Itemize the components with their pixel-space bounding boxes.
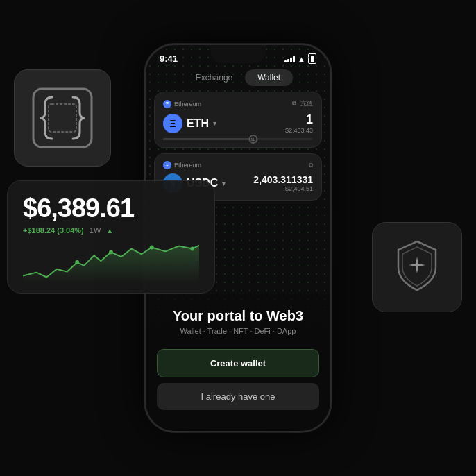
usdc-amounts: 2,403.311331 $2,404.51 <box>253 174 313 192</box>
svg-point-3 <box>75 260 79 264</box>
price-change-value: +$188.24 (3.04%) <box>23 226 84 235</box>
eth-copy-icon[interactable]: ⧉ <box>292 100 296 108</box>
price-value: $6,389.61 <box>23 194 199 223</box>
shield-icon <box>386 236 448 298</box>
already-have-button[interactable]: I already have one <box>157 383 319 410</box>
eth-slider-thumb: 1L <box>248 135 257 144</box>
price-card: $6,389.61 +$188.24 (3.04%) 1W ▲ <box>7 180 215 294</box>
eth-card: Ξ Ethereum ⧉ 充值 Ξ ETH ▾ <box>154 92 322 148</box>
eth-name: Ξ ETH ▾ <box>163 114 216 133</box>
price-period: 1W <box>90 226 101 235</box>
usdc-arrow[interactable]: ▾ <box>222 180 226 187</box>
svg-point-4 <box>109 250 113 254</box>
eth-actions: ⧉ 充值 <box>292 99 313 108</box>
price-direction: ▲ <box>106 227 113 235</box>
bracket-icon-card <box>14 69 111 167</box>
svg-rect-1 <box>49 104 76 132</box>
portal-subtitle: Wallet · Trade · NFT · DeFi · DApp <box>157 327 319 335</box>
bracket-icon <box>28 83 97 153</box>
svg-point-5 <box>150 246 154 250</box>
mini-chart-svg <box>23 241 199 283</box>
create-wallet-button[interactable]: Create wallet <box>157 349 319 377</box>
eth-arrow[interactable]: ▾ <box>213 119 216 127</box>
shield-icon-card <box>372 222 462 312</box>
scene: 9:41 ▲ ▮ Exchange Wallet <box>0 0 476 476</box>
eth-main: Ξ ETH ▾ 1 $2,403.43 <box>163 112 313 134</box>
eth-slider[interactable]: 1L <box>163 138 313 140</box>
price-change-row: +$188.24 (3.04%) 1W ▲ <box>23 226 199 235</box>
usdc-copy-icon[interactable]: ⧉ <box>309 162 313 169</box>
eth-amounts: 1 $2,403.43 <box>285 112 313 134</box>
usdc-network-dot: Ξ <box>163 161 171 169</box>
usdc-actions: ⧉ <box>309 162 313 169</box>
svg-point-6 <box>190 247 194 251</box>
phone-notch <box>210 45 266 63</box>
eth-network: Ξ Ethereum <box>163 100 201 108</box>
usdc-network: Ξ Ethereum <box>163 161 201 169</box>
eth-slider-fill <box>163 138 253 140</box>
eth-icon: Ξ <box>163 114 182 133</box>
phone-bottom: Your portal to Web3 Wallet · Trade · NFT… <box>146 294 330 431</box>
portal-title: Your portal to Web3 <box>157 308 319 324</box>
eth-network-dot: Ξ <box>163 100 171 108</box>
price-chart <box>23 241 199 283</box>
